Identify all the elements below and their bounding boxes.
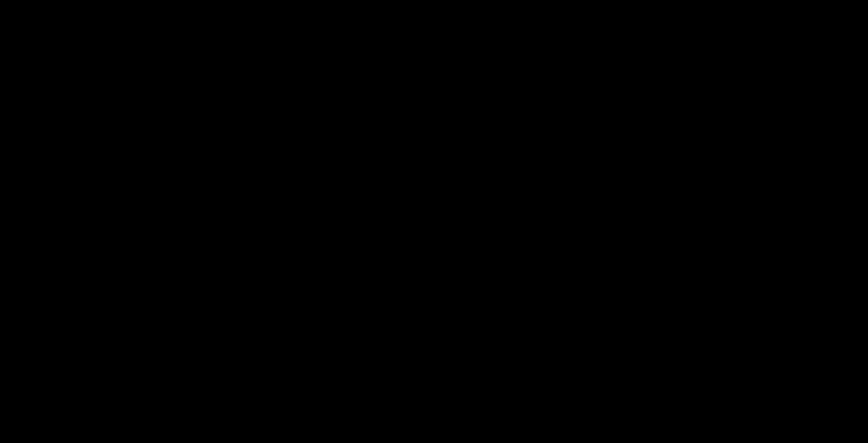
org-chart (0, 0, 868, 443)
